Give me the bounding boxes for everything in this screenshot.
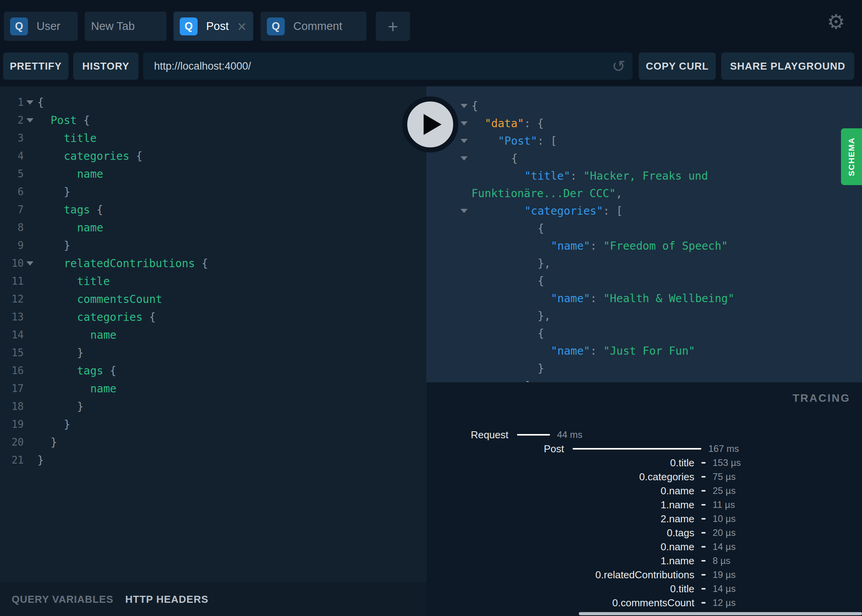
response-line: { [426,324,862,342]
code-line: "title": "Hacker, Freaks und [524,169,708,182]
editor-line-9[interactable]: 9} [0,236,426,254]
close-tab-icon[interactable]: × [237,19,246,34]
settings-gear-icon[interactable]: ⚙ [827,10,845,33]
query-editor-lines: 1{2Post {3title4categories {5name6}7tags… [0,93,426,469]
fold-arrow-icon[interactable] [461,139,468,143]
span-duration: 14 µs [713,583,736,594]
execute-button[interactable] [402,96,458,152]
code-line: { [511,152,518,164]
code-line: } [64,186,70,198]
editor-line-4[interactable]: 4categories { [0,147,426,165]
editor-line-15[interactable]: 15} [0,344,426,362]
response-line: "categories": [ [426,202,862,219]
fold-arrow-icon[interactable] [26,118,33,122]
tab-user[interactable]: QUser [4,12,78,41]
editor-line-20[interactable]: 20} [0,433,426,451]
span-duration: 167 ms [708,443,739,454]
editor-line-19[interactable]: 19} [0,415,426,433]
editor-line-21[interactable]: 21} [0,451,426,469]
line-number: 11 [0,275,24,287]
url-input[interactable] [143,52,632,80]
code-line: } [64,239,70,252]
response-line: ] [426,377,862,382]
editor-line-7[interactable]: 7tags { [0,201,426,219]
plus-icon: + [388,18,398,35]
code-line: Funktionäre...Der CCC", [471,187,622,200]
code-line: { [471,99,478,112]
refresh-icon[interactable]: ↺ [612,57,625,76]
fold-arrow-icon[interactable] [26,100,33,105]
line-number: 20 [0,436,24,448]
fold-arrow-icon[interactable] [461,104,468,108]
line-number: 10 [0,257,24,269]
editor-line-14[interactable]: 14name [0,326,426,344]
span-dash [701,462,706,464]
code-line: } [538,362,544,374]
span-duration: 12 µs [713,597,736,608]
fold-arrow-icon[interactable] [461,156,468,161]
query-variables-tab[interactable]: QUERY VARIABLES [12,593,114,605]
tracing-panel[interactable]: TRACING Request44 msPost167 ms0.title153… [426,382,862,616]
code-line: } [77,400,84,413]
editor-line-10[interactable]: 10relatedContributions { [0,254,426,272]
code-line: } [51,436,57,449]
code-line: "name": "Health & Wellbeing" [551,292,734,304]
editor-line-17[interactable]: 17name [0,380,426,397]
editor-line-13[interactable]: 13categories { [0,308,426,326]
span-dash [701,560,706,562]
code-line: name [90,329,116,341]
copy-curl-button[interactable]: COPY CURL [639,52,716,80]
tab-comment[interactable]: QComment [261,12,366,41]
tab-post[interactable]: QPost× [173,12,253,41]
editor-line-18[interactable]: 18} [0,397,426,415]
trace-span-0.name: 0.name25 µs [426,484,862,498]
response-line: { [426,219,862,237]
tab-new-tab[interactable]: New Tab [85,12,166,41]
schema-button[interactable]: SCHEMA [841,128,862,185]
editor-line-16[interactable]: 16tags { [0,362,426,380]
editor-line-6[interactable]: 6} [0,183,426,201]
span-label: 1.name [426,555,694,567]
history-button[interactable]: HISTORY [73,52,138,80]
code-line: Post { [51,114,90,127]
fold-arrow-icon[interactable] [26,261,33,266]
line-number: 5 [0,168,24,180]
add-tab-button[interactable]: + [376,12,410,41]
span-duration: 14 µs [713,541,736,552]
http-headers-tab[interactable]: HTTP HEADERS [125,593,208,605]
line-number: 16 [0,365,24,376]
editor-line-11[interactable]: 11title [0,272,426,290]
share-playground-button[interactable]: SHARE PLAYGROUND [721,52,854,80]
editor-line-1[interactable]: 1{ [0,93,426,111]
trace-span-0.categories: 0.categories75 µs [426,470,862,484]
query-editor[interactable]: 1{2Post {3title4categories {5name6}7tags… [0,86,426,582]
response-line: "name": "Health & Wellbeing" [426,289,862,307]
editor-line-5[interactable]: 5name [0,165,426,183]
trace-span-1.name: 1.name11 µs [426,498,862,512]
fold-arrow-icon[interactable] [461,209,468,213]
query-type-badge: Q [10,18,28,35]
span-label: 0.tags [426,527,694,539]
code-line: name [90,382,116,395]
line-number: 4 [0,150,24,162]
prettify-button[interactable]: PRETTIFY [3,52,68,80]
editor-line-8[interactable]: 8name [0,219,426,236]
editor-line-2[interactable]: 2Post { [0,111,426,129]
span-dash [701,546,706,548]
tab-label: User [37,20,60,33]
span-label: 0.categories [426,471,694,483]
editor-line-12[interactable]: 12commentsCount [0,290,426,308]
line-number: 1 [0,96,24,108]
code-line: }, [538,309,551,322]
tracing-rows: Request44 msPost167 ms0.title153 µs0.cat… [426,428,862,610]
response-line: "name": "Freedom of Speech" [426,237,862,254]
editor-line-3[interactable]: 3title [0,129,426,147]
fold-arrow-icon[interactable] [461,121,468,126]
response-panel[interactable]: {"data": {"Post": [{"title": "Hacker, Fr… [426,86,862,382]
line-number: 3 [0,132,24,144]
horizontal-scrollbar[interactable] [579,612,862,615]
line-number: 21 [0,454,24,466]
line-number: 2 [0,114,24,126]
span-dash [701,602,706,604]
trace-span-0.tags: 0.tags20 µs [426,526,862,540]
